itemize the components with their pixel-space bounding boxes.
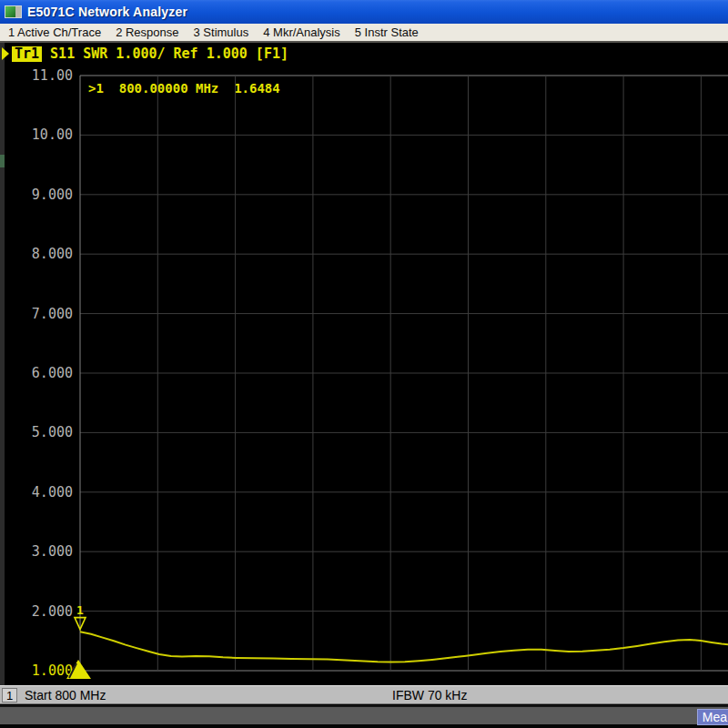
menu-item-5[interactable]: 5 Instr State	[352, 25, 421, 40]
app-icon	[5, 5, 22, 18]
menu-item-2[interactable]: 2 Response	[113, 25, 181, 40]
app-icon-panel	[15, 6, 21, 17]
graph-area: Tr1 S11 SWR 1.000/ Ref 1.000 [F1] >1 800…	[0, 43, 728, 685]
app-icon-screen	[5, 6, 15, 17]
menu-item-3[interactable]: 3 Stimulus	[191, 25, 252, 40]
swr-trace-line	[80, 632, 728, 662]
menu-item-4[interactable]: 4 Mkr/Analysis	[260, 25, 343, 40]
window-titlebar: E5071C Network Analyzer	[0, 0, 728, 24]
swr-grid: 1	[0, 43, 728, 685]
menubar: 1 Active Ch/Trace2 Response3 Stimulus4 M…	[0, 24, 728, 43]
ifbw-label: IFBW 70 kHz	[392, 688, 467, 703]
channel-number: 1	[2, 688, 17, 703]
status-bar: 1 Start 800 MHz IFBW 70 kHz	[0, 685, 728, 704]
start-frequency-label: Start 800 MHz	[25, 688, 106, 703]
instrument-bottom-bar: Mea	[0, 705, 728, 728]
menu-item-1[interactable]: 1 Active Ch/Trace	[5, 25, 104, 40]
marker-1-label: 1	[76, 603, 84, 617]
window-title: E5071C Network Analyzer	[27, 5, 187, 19]
meas-softkey-button[interactable]: Mea	[697, 709, 728, 725]
